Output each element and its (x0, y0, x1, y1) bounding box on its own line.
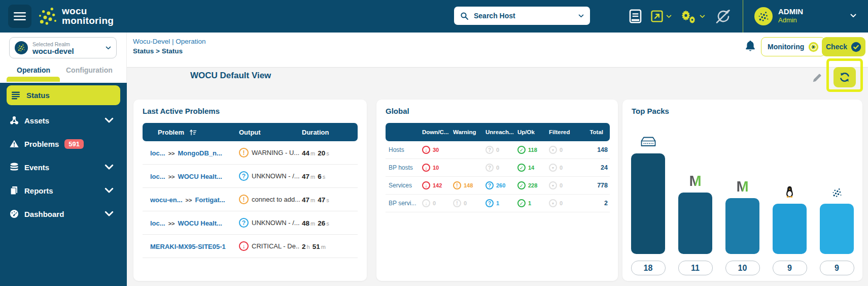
pack-bar[interactable] (725, 198, 759, 254)
sort-icon[interactable] (187, 129, 197, 136)
sidebar-item-label: Status (26, 91, 50, 100)
problem-duration: 2h51m (300, 242, 358, 251)
pack-bar[interactable] (631, 153, 665, 254)
host-link[interactable]: loc... (150, 149, 165, 157)
tab-operation[interactable]: Operation (17, 66, 50, 74)
problems-table-header: Problem Output Duration (143, 123, 358, 141)
chevron-down-icon[interactable] (578, 14, 584, 18)
service-link[interactable]: WOCU Healt... (178, 219, 222, 227)
search-host-box[interactable] (454, 7, 590, 25)
pack-count-pill[interactable]: 11 (678, 261, 713, 275)
breadcrumb: Wocu-Devel | Operation Status > Status (133, 37, 206, 56)
global-row-label[interactable]: BP servi... (386, 200, 422, 207)
global-table: Down/C... Warning Unreach... Up/Ok Filte… (386, 123, 610, 212)
sidebar-item-assets[interactable]: Assets (0, 109, 127, 132)
problem-row[interactable]: loc...>>WOCU Healt... ?UNKNOWN - /... 48… (143, 211, 358, 235)
notifications-bell-icon[interactable] (745, 41, 755, 52)
host-link[interactable]: MERAKI-MX95-SITE05-1 (150, 243, 226, 250)
unknown-state-icon: ? (485, 199, 494, 207)
global-cell-warning: ! 148 (453, 181, 485, 189)
state-count: 30 (433, 147, 439, 153)
user-info[interactable]: ADMIN Admin (778, 7, 803, 24)
monitoring-button[interactable]: Monitoring (761, 37, 825, 56)
pack-count-pill[interactable]: 9 (820, 261, 854, 275)
state-count: 1 (528, 200, 531, 206)
pack-count-pill[interactable]: 10 (725, 261, 760, 275)
linux-icon (785, 186, 794, 198)
col-output[interactable]: Output (237, 129, 300, 136)
user-menu-chevron-icon[interactable] (850, 14, 856, 18)
disable-view-button[interactable] (714, 0, 732, 33)
sidebar-item-events[interactable]: Events (0, 155, 127, 179)
search-host-input[interactable] (473, 11, 574, 20)
service-link[interactable]: MongoDB_n... (178, 149, 222, 157)
state-count: 0 (560, 182, 563, 188)
host-link[interactable]: wocu-en... (150, 196, 183, 204)
external-tools-button[interactable] (651, 0, 672, 33)
wocu-logo: wocu monitoring (38, 6, 114, 26)
global-row-label[interactable]: Hosts (386, 146, 422, 153)
down-state-icon: ↓ (422, 181, 430, 189)
tab-configuration[interactable]: Configuration (66, 66, 113, 74)
panel-title: Top Packs (632, 107, 669, 115)
state-count: 0 (560, 147, 563, 153)
sidebar-item-status[interactable]: Status (7, 85, 120, 105)
global-cell-down: ↓ 10 (422, 164, 453, 172)
meraki-logo-icon: M (736, 178, 748, 195)
user-role: Admin (778, 16, 803, 24)
host-service-separator: >> (168, 150, 175, 156)
filtered-state-icon: ▼ (549, 146, 557, 154)
warning-triangle-icon (10, 139, 19, 148)
problem-output: connect to add... (252, 196, 300, 203)
col-problem[interactable]: Problem (150, 129, 184, 136)
pack-count-pill[interactable]: 9 (773, 261, 807, 275)
wocu-logo-mark-icon (38, 6, 58, 26)
global-row-hosts: Hosts ↓ 30 ? 0 ✓ 118 ▼ 0148 (386, 141, 610, 159)
problem-row[interactable]: loc...>>WOCU Healt... ?UNKNOWN - /... 47… (143, 165, 358, 188)
refresh-view-button[interactable] (834, 67, 856, 87)
host-link[interactable]: loc... (150, 173, 165, 180)
global-row-label[interactable]: BP hosts (386, 164, 422, 171)
check-button[interactable]: Check (822, 37, 865, 56)
ok-state-icon: ✓ (517, 181, 526, 189)
chevron-down-icon (666, 15, 672, 18)
host-link[interactable]: loc... (150, 219, 165, 227)
state-count: 148 (464, 182, 473, 188)
chevron-down-icon (106, 46, 111, 50)
realm-selector[interactable]: Selected Realm wocu-devel (9, 37, 117, 58)
state-count: 14 (528, 165, 534, 171)
problem-row[interactable]: MERAKI-MX95-SITE05-1 ↓CRITICAL - De... 2… (143, 235, 358, 258)
global-cell-filtered: ▼ 0 (549, 199, 580, 207)
pack-count-pill[interactable]: 18 (631, 261, 666, 275)
sidebar-item-dashboard[interactable]: Dashboard (0, 202, 127, 226)
problem-output: UNKNOWN - /... (252, 172, 300, 180)
sidebar-item-problems[interactable]: Problems591 (0, 132, 127, 155)
global-cell-ok: ✓ 228 (517, 181, 549, 189)
problems-count-badge: 591 (64, 139, 84, 149)
problem-row[interactable]: wocu-en...>>Fortigat... !connect to add.… (143, 188, 358, 211)
log-viewer-button[interactable] (629, 0, 642, 33)
pack-bar[interactable] (773, 204, 807, 254)
pack-bar[interactable] (678, 193, 712, 254)
check-circle-icon (851, 42, 861, 52)
service-link[interactable]: Fortigat... (195, 196, 225, 204)
logo-line1: wocu (62, 6, 114, 16)
edit-view-pencil-icon[interactable] (812, 72, 823, 83)
pack-bar[interactable] (820, 204, 854, 254)
global-row-label[interactable]: Services (386, 182, 422, 189)
service-link[interactable]: WOCU Healt... (178, 173, 222, 180)
host-service-separator: >> (168, 174, 175, 180)
sidebar-item-reports[interactable]: Reports (0, 179, 127, 202)
settings-menu-button[interactable] (680, 0, 705, 33)
global-cell-down: ↓ 0 (422, 199, 453, 207)
col-duration[interactable]: Duration (300, 129, 358, 136)
global-cell-unknown: ? 1 (485, 199, 517, 207)
active-tab-indicator (7, 77, 60, 82)
state-count: 0 (464, 200, 467, 206)
chevron-down-icon (105, 116, 114, 125)
problem-row[interactable]: loc...>>MongoDB_n... !WARNING - U... 44m… (143, 141, 358, 165)
list-icon (12, 91, 21, 100)
state-count: 0 (560, 200, 563, 206)
hamburger-menu-button[interactable] (8, 5, 31, 28)
user-avatar[interactable] (754, 7, 773, 25)
